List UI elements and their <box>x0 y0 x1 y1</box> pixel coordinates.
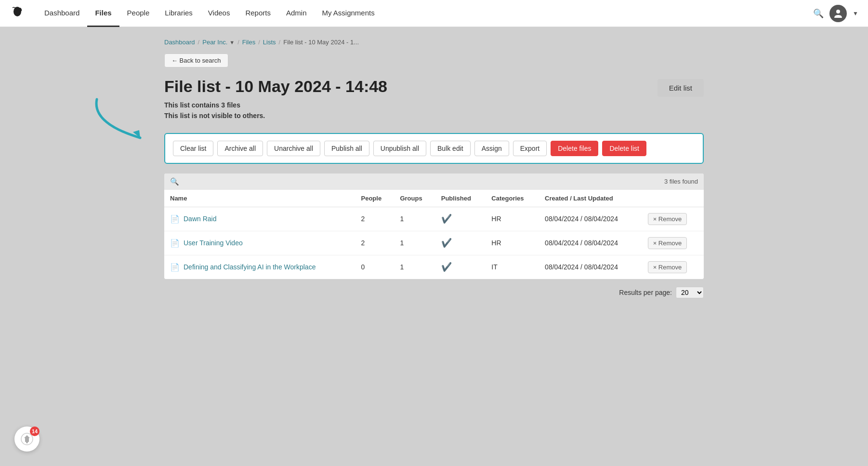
breadcrumb-current: File list - 10 May 2024 - 1... <box>283 39 359 46</box>
results-per-page-select[interactable]: 10 20 50 100 <box>676 287 704 298</box>
file-groups-cell-2: 1 <box>394 255 435 279</box>
file-people-cell-0: 2 <box>355 207 395 231</box>
file-icon-2: 📄 <box>170 263 180 272</box>
toolbar: Clear list Archive all Unarchive all Pub… <box>164 133 704 164</box>
file-groups-cell-0: 1 <box>394 207 435 231</box>
file-icon-0: 📄 <box>170 214 180 224</box>
nav-libraries[interactable]: Libraries <box>157 0 200 27</box>
search-results-count: 3 files found <box>664 178 698 185</box>
nav-people[interactable]: People <box>119 0 158 27</box>
nav-items: Dashboard Files People Libraries Videos … <box>37 0 813 27</box>
table-row: 📄 Dawn Raid 2 1 ✔️ HR 08/04/2024 / 08/04… <box>164 207 704 231</box>
export-button[interactable]: Export <box>513 141 547 156</box>
bulk-edit-button[interactable]: Bulk edit <box>430 141 471 156</box>
results-per-page-label: Results per page: <box>619 289 672 296</box>
file-remove-cell-2: × Remove <box>642 255 704 279</box>
navbar: Dashboard Files People Libraries Videos … <box>0 0 868 27</box>
published-icon-1: ✔️ <box>441 238 452 248</box>
breadcrumb-lists[interactable]: Lists <box>263 39 276 46</box>
delete-list-button[interactable]: Delete list <box>602 141 646 156</box>
col-header-people: People <box>355 190 395 207</box>
file-created-cell-0: 08/04/2024 / 08/04/2024 <box>539 207 642 231</box>
remove-button-0[interactable]: × Remove <box>648 213 687 225</box>
search-input[interactable] <box>183 178 328 186</box>
nav-admin[interactable]: Admin <box>278 0 315 27</box>
nav-my-assignments[interactable]: My Assignments <box>314 0 382 27</box>
unarchive-all-button[interactable]: Unarchive all <box>267 141 320 156</box>
nav-right: 🔍 ▼ <box>813 5 858 22</box>
nav-dashboard[interactable]: Dashboard <box>37 0 87 27</box>
file-people-cell-2: 0 <box>355 255 395 279</box>
main-content: Dashboard / Pear Inc. ▼ / Files / Lists … <box>145 27 723 310</box>
nav-videos[interactable]: Videos <box>200 0 238 27</box>
back-to-search-button[interactable]: ← Back to search <box>164 53 228 67</box>
file-created-cell-1: 08/04/2024 / 08/04/2024 <box>539 231 642 255</box>
file-name-text-0: Dawn Raid <box>184 215 216 223</box>
delete-files-button[interactable]: Delete files <box>551 141 598 156</box>
file-link-2[interactable]: 📄 Defining and Classifying AI in the Wor… <box>170 263 350 272</box>
clear-list-button[interactable]: Clear list <box>173 141 213 156</box>
nav-reports[interactable]: Reports <box>237 0 278 27</box>
table-search-icon: 🔍 <box>170 177 179 186</box>
file-table: Name People Groups Published Categories … <box>164 190 704 279</box>
file-categories-cell-0: HR <box>486 207 539 231</box>
table-header-row: Name People Groups Published Categories … <box>164 190 704 207</box>
file-published-cell-2: ✔️ <box>435 255 486 279</box>
publish-all-button[interactable]: Publish all <box>324 141 369 156</box>
unpublish-all-button[interactable]: Unpublish all <box>373 141 426 156</box>
file-name-text-2: Defining and Classifying AI in the Workp… <box>184 263 316 271</box>
file-name-cell: 📄 Defining and Classifying AI in the Wor… <box>164 255 355 279</box>
file-published-cell-1: ✔️ <box>435 231 486 255</box>
col-header-name: Name <box>164 190 355 207</box>
notification-badge[interactable]: 14 <box>14 426 39 452</box>
table-row: 📄 Defining and Classifying AI in the Wor… <box>164 255 704 279</box>
breadcrumb-org: Pear Inc. ▼ <box>202 39 235 46</box>
file-created-cell-2: 08/04/2024 / 08/04/2024 <box>539 255 642 279</box>
app-logo[interactable] <box>10 6 25 21</box>
file-name-text-1: User Training Video <box>184 239 243 247</box>
breadcrumb-org-link[interactable]: Pear Inc. <box>202 39 227 46</box>
results-per-page: Results per page: 10 20 50 100 <box>164 287 704 298</box>
file-categories-cell-1: HR <box>486 231 539 255</box>
published-icon-2: ✔️ <box>441 262 452 272</box>
avatar[interactable] <box>829 5 847 22</box>
col-header-categories: Categories <box>486 190 539 207</box>
table-container: 🔍 3 files found Name People Groups Publi… <box>164 173 704 279</box>
file-link-0[interactable]: 📄 Dawn Raid <box>170 214 350 224</box>
breadcrumb-files[interactable]: Files <box>242 39 255 46</box>
breadcrumb-sep-2: / <box>237 39 239 46</box>
page-title-area: File list - 10 May 2024 - 14:48 This lis… <box>164 77 704 121</box>
file-link-1[interactable]: 📄 User Training Video <box>170 239 350 248</box>
nav-files[interactable]: Files <box>87 0 119 27</box>
remove-button-2[interactable]: × Remove <box>648 261 687 273</box>
page-title-block: File list - 10 May 2024 - 14:48 This lis… <box>164 77 387 121</box>
breadcrumb-sep-3: / <box>258 39 260 46</box>
svg-marker-3 <box>133 130 140 138</box>
edit-list-button[interactable]: Edit list <box>658 79 704 97</box>
published-icon-0: ✔️ <box>441 214 452 224</box>
col-header-published: Published <box>435 190 486 207</box>
file-remove-cell-1: × Remove <box>642 231 704 255</box>
archive-all-button[interactable]: Archive all <box>217 141 263 156</box>
assign-button[interactable]: Assign <box>474 141 509 156</box>
breadcrumb-sep-1: / <box>198 39 200 46</box>
avatar-chevron-icon[interactable]: ▼ <box>853 10 858 17</box>
file-people-cell-1: 2 <box>355 231 395 255</box>
svg-point-2 <box>836 10 840 13</box>
search-icon[interactable]: 🔍 <box>813 8 824 19</box>
file-categories-cell-2: IT <box>486 255 539 279</box>
col-header-created: Created / Last Updated <box>539 190 642 207</box>
col-header-action <box>642 190 704 207</box>
file-icon-1: 📄 <box>170 239 180 248</box>
table-row: 📄 User Training Video 2 1 ✔️ HR 08/04/20… <box>164 231 704 255</box>
breadcrumb-sep-4: / <box>279 39 281 46</box>
breadcrumb-dashboard[interactable]: Dashboard <box>164 39 195 46</box>
page-subtitle: This list contains 3 files This list is … <box>164 100 387 121</box>
file-name-cell: 📄 User Training Video <box>164 231 355 255</box>
file-published-cell-0: ✔️ <box>435 207 486 231</box>
breadcrumb: Dashboard / Pear Inc. ▼ / Files / Lists … <box>164 39 704 46</box>
col-header-groups: Groups <box>394 190 435 207</box>
remove-button-1[interactable]: × Remove <box>648 237 687 249</box>
org-chevron-icon[interactable]: ▼ <box>229 40 235 45</box>
page-title: File list - 10 May 2024 - 14:48 <box>164 77 387 96</box>
